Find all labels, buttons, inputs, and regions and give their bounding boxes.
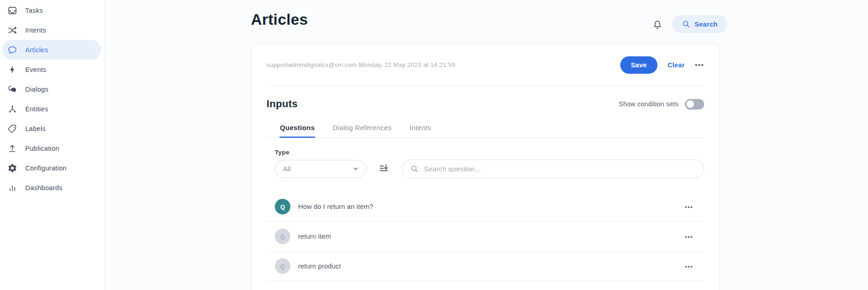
shuffle-icon bbox=[7, 25, 17, 35]
chevron-down-icon bbox=[352, 165, 359, 172]
sidebar-item-label: Articles bbox=[25, 46, 48, 54]
condition-sets-toggle[interactable] bbox=[685, 99, 704, 109]
question-text: How do I return an item? bbox=[298, 203, 677, 210]
sidebar-item-events[interactable]: Events bbox=[2, 60, 101, 79]
question-list: Q How do I return an item? ••• Q return … bbox=[267, 192, 704, 281]
notifications-button[interactable] bbox=[651, 18, 664, 32]
editor-header: supportadmindigitalcx@cm.com Monday, 22 … bbox=[267, 44, 704, 86]
clear-button[interactable]: Clear bbox=[668, 61, 685, 69]
question-badge: Q bbox=[275, 229, 290, 244]
magnifier-icon bbox=[410, 164, 419, 173]
question-menu-button[interactable]: ••• bbox=[685, 233, 693, 240]
tag-icon bbox=[7, 124, 17, 134]
sort-button[interactable] bbox=[378, 163, 390, 175]
sidebar: Tasks Intents Articles Events Dialogs En… bbox=[0, 0, 105, 290]
question-row[interactable]: Q return product ••• bbox=[267, 252, 704, 281]
sidebar-item-dialogs[interactable]: Dialogs bbox=[2, 79, 101, 99]
sidebar-item-label: Intents bbox=[25, 27, 46, 34]
question-row[interactable]: Q How do I return an item? ••• bbox=[267, 192, 704, 222]
sidebar-item-label: Dialogs bbox=[25, 86, 48, 93]
tab-intents[interactable]: Intents bbox=[409, 124, 432, 137]
chat-bubble-icon bbox=[7, 45, 17, 55]
search-icon bbox=[682, 20, 690, 28]
sidebar-item-entities[interactable]: Entities bbox=[2, 99, 101, 119]
article-editor-card: supportadmindigitalcx@cm.com Monday, 22 … bbox=[251, 44, 720, 290]
sidebar-item-labels[interactable]: Labels bbox=[2, 119, 101, 138]
bar-chart-icon bbox=[7, 183, 17, 193]
question-badge: Q bbox=[275, 258, 290, 274]
question-search-box bbox=[402, 159, 704, 178]
sidebar-item-intents[interactable]: Intents bbox=[2, 20, 101, 40]
inputs-heading: Inputs bbox=[267, 98, 298, 110]
sidebar-item-label: Publication bbox=[25, 145, 59, 152]
page-title: Articles bbox=[251, 11, 308, 28]
tab-dialog-references[interactable]: Dialog References bbox=[332, 124, 392, 137]
sidebar-item-label: Tasks bbox=[25, 7, 43, 14]
sidebar-item-label: Dashboards bbox=[25, 184, 62, 192]
question-menu-button[interactable]: ••• bbox=[685, 263, 693, 270]
bell-icon bbox=[652, 19, 663, 30]
question-text: return item bbox=[298, 233, 677, 240]
condition-sets-label: Show condition sets bbox=[619, 100, 679, 108]
question-menu-button[interactable]: ••• bbox=[685, 203, 693, 210]
question-search-input[interactable] bbox=[424, 165, 696, 173]
sidebar-item-articles[interactable]: Articles bbox=[2, 40, 101, 60]
search-button-label: Search bbox=[695, 21, 718, 28]
last-edited-meta: supportadmindigitalcx@cm.com Monday, 22 … bbox=[267, 61, 455, 68]
save-button[interactable]: Save bbox=[620, 56, 657, 74]
sidebar-item-publication[interactable]: Publication bbox=[2, 138, 101, 158]
global-search-button[interactable]: Search bbox=[672, 15, 727, 33]
entities-icon bbox=[7, 104, 17, 114]
tab-questions[interactable]: Questions bbox=[279, 124, 315, 137]
toggle-knob bbox=[686, 100, 694, 108]
inputs-tabs: QuestionsDialog ReferencesIntents bbox=[267, 124, 704, 138]
sidebar-item-configuration[interactable]: Configuration bbox=[2, 158, 101, 178]
sort-descending-icon bbox=[378, 163, 390, 175]
dialogs-icon bbox=[7, 84, 17, 94]
inbox-icon bbox=[7, 5, 17, 16]
editor-actions: Save Clear ••• bbox=[620, 56, 704, 74]
type-filter-value: All bbox=[283, 165, 291, 173]
questions-panel: Type All bbox=[267, 149, 704, 281]
type-filter-select[interactable]: All bbox=[275, 160, 367, 178]
question-text: return product bbox=[298, 263, 677, 270]
sidebar-item-label: Entities bbox=[25, 105, 48, 113]
lightning-icon bbox=[7, 65, 17, 75]
filter-row: All bbox=[267, 159, 704, 178]
sidebar-item-label: Configuration bbox=[25, 164, 67, 172]
question-badge: Q bbox=[275, 199, 290, 214]
gear-icon bbox=[7, 163, 17, 173]
sidebar-item-label: Labels bbox=[25, 125, 46, 132]
inputs-header: Inputs Show condition sets bbox=[267, 98, 704, 110]
upload-icon bbox=[7, 143, 17, 153]
sidebar-item-tasks[interactable]: Tasks bbox=[2, 0, 101, 20]
question-row[interactable]: Q return item ••• bbox=[267, 222, 704, 252]
condition-sets-control: Show condition sets bbox=[619, 99, 704, 109]
more-options-button[interactable]: ••• bbox=[695, 61, 704, 69]
type-filter-label: Type bbox=[275, 149, 704, 156]
sidebar-item-label: Events bbox=[25, 66, 46, 73]
sidebar-item-dashboards[interactable]: Dashboards bbox=[2, 178, 101, 197]
